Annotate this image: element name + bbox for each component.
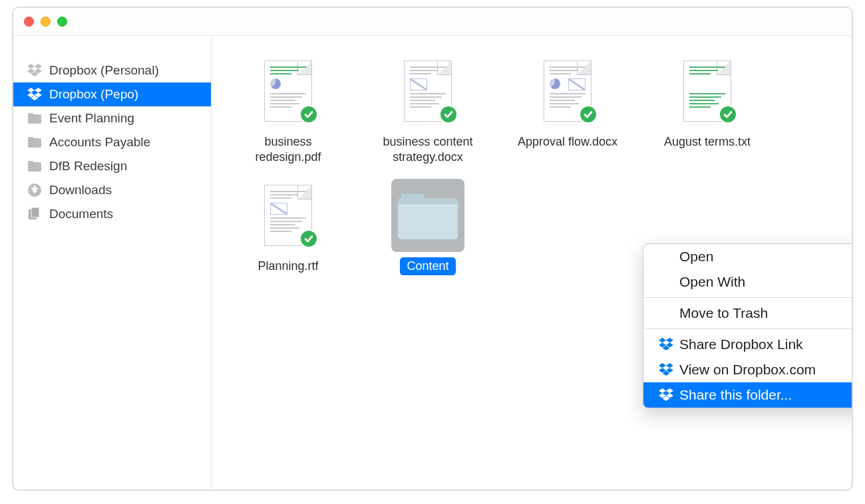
sidebar-item-label: Documents bbox=[49, 207, 113, 221]
download-icon bbox=[27, 182, 43, 198]
sidebar-item-dropbox-pepo-[interactable]: Dropbox (Pepo) bbox=[13, 82, 211, 106]
dropbox-icon bbox=[27, 88, 42, 101]
sidebar-item-dfb-redesign[interactable]: DfB Redesign bbox=[13, 154, 211, 178]
sidebar-item-event-planning[interactable]: Event Planning bbox=[13, 106, 211, 130]
file-item[interactable]: August terms.txt bbox=[644, 55, 771, 166]
menu-item-label: Open With bbox=[679, 274, 745, 290]
menu-item-label: Share this folder... bbox=[679, 387, 792, 403]
folder-icon bbox=[27, 112, 42, 124]
dropbox-icon bbox=[658, 363, 674, 376]
synced-badge-icon bbox=[299, 229, 318, 248]
file-label: Approval flow.docx bbox=[511, 133, 624, 151]
zoom-window-button[interactable] bbox=[57, 17, 67, 27]
menu-item-share-dropbox-link[interactable]: Share Dropbox Link bbox=[643, 332, 853, 357]
sidebar-item-label: Dropbox (Personal) bbox=[49, 63, 159, 78]
dropbox-icon bbox=[27, 64, 42, 77]
folder-icon bbox=[27, 160, 42, 172]
file-thumbnail bbox=[671, 55, 744, 128]
svg-rect-1 bbox=[34, 186, 36, 191]
menu-separator bbox=[643, 328, 853, 329]
file-label: Content bbox=[400, 257, 455, 275]
dropbox-icon bbox=[659, 338, 673, 351]
minimize-window-button[interactable] bbox=[41, 17, 51, 27]
sidebar-item-label: Accounts Payable bbox=[49, 135, 150, 150]
documents-icon bbox=[27, 206, 43, 222]
context-menu: OpenOpen With▶Move to Trash Share Dropbo… bbox=[643, 243, 853, 408]
synced-badge-icon bbox=[579, 105, 598, 124]
dropbox-icon bbox=[659, 388, 673, 402]
synced-badge-icon bbox=[299, 105, 318, 124]
close-window-button[interactable] bbox=[24, 17, 34, 27]
synced-badge-icon bbox=[719, 105, 737, 124]
folder-icon bbox=[27, 158, 43, 174]
menu-item-label: View on Dropbox.com bbox=[679, 362, 816, 378]
sidebar: Dropbox (Personal) Dropbox (Pepo) Event … bbox=[13, 36, 212, 489]
sidebar-item-label: Dropbox (Pepo) bbox=[49, 87, 138, 102]
documents-icon bbox=[27, 207, 42, 221]
svg-rect-3 bbox=[31, 207, 39, 217]
file-thumbnail bbox=[531, 55, 604, 128]
file-item[interactable]: business content strategy.docx bbox=[365, 55, 491, 166]
menu-item-view-on-dropbox-com[interactable]: View on Dropbox.com bbox=[643, 357, 853, 382]
menu-item-share-this-folder-[interactable]: Share this folder... bbox=[643, 382, 853, 408]
sidebar-item-downloads[interactable]: Downloads bbox=[13, 178, 211, 202]
folder-icon bbox=[27, 136, 42, 148]
sidebar-item-label: Event Planning bbox=[49, 111, 134, 126]
file-label: business content strategy.docx bbox=[365, 133, 491, 166]
file-thumbnail bbox=[252, 179, 325, 252]
file-item[interactable]: Approval flow.docx bbox=[504, 55, 631, 166]
folder-icon bbox=[27, 134, 43, 150]
menu-item-label: Open bbox=[679, 249, 713, 265]
download-icon bbox=[27, 183, 42, 197]
file-thumbnail bbox=[252, 55, 325, 128]
file-item[interactable]: business redesign.pdf bbox=[225, 55, 351, 166]
synced-badge-icon bbox=[439, 105, 458, 124]
sidebar-item-label: DfB Redesign bbox=[49, 159, 127, 174]
dropbox-icon bbox=[27, 63, 43, 78]
menu-item-open[interactable]: Open bbox=[643, 244, 853, 269]
file-label: August terms.txt bbox=[657, 133, 757, 151]
menu-item-label: Share Dropbox Link bbox=[679, 336, 803, 352]
file-label: Planning.rtf bbox=[251, 257, 325, 275]
file-item[interactable]: Planning.rtf bbox=[225, 179, 351, 275]
file-thumbnail bbox=[391, 179, 464, 252]
dropbox-icon bbox=[658, 338, 674, 351]
menu-item-move-to-trash[interactable]: Move to Trash bbox=[643, 301, 853, 326]
dropbox-icon bbox=[659, 363, 673, 376]
folder-item[interactable]: Content bbox=[365, 179, 491, 275]
sidebar-item-documents[interactable]: Documents bbox=[13, 202, 211, 226]
titlebar bbox=[13, 8, 852, 36]
menu-item-label: Move to Trash bbox=[679, 305, 768, 321]
dropbox-icon bbox=[27, 86, 43, 102]
menu-item-open-with[interactable]: Open With▶ bbox=[643, 269, 853, 295]
file-browser: business redesign.pdf business content s… bbox=[212, 36, 852, 489]
folder-icon bbox=[27, 110, 43, 126]
sidebar-item-label: Downloads bbox=[49, 183, 112, 197]
finder-window: Dropbox (Personal) Dropbox (Pepo) Event … bbox=[12, 7, 853, 491]
file-thumbnail bbox=[391, 55, 464, 128]
dropbox-icon bbox=[658, 388, 674, 402]
file-label: business redesign.pdf bbox=[225, 133, 351, 166]
menu-separator bbox=[643, 297, 853, 298]
sidebar-item-accounts-payable[interactable]: Accounts Payable bbox=[13, 130, 211, 154]
sidebar-item-dropbox-personal-[interactable]: Dropbox (Personal) bbox=[13, 59, 211, 82]
